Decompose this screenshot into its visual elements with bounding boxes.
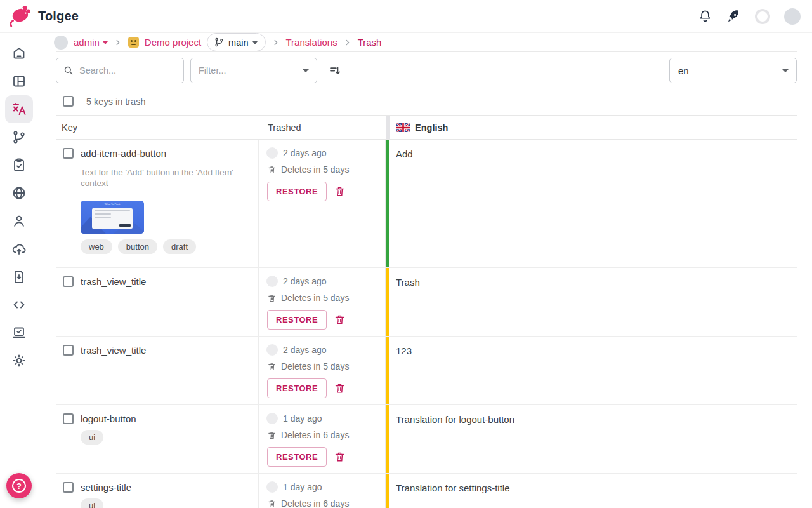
breadcrumb-translations[interactable]: Translations [286,37,337,48]
delete-permanently-button[interactable] [334,185,346,197]
dashboard-icon [11,74,27,89]
brand[interactable]: Tolgee [8,3,79,30]
sidebar-item-devtools[interactable] [5,319,33,347]
restore-button[interactable]: RESTORE [267,310,327,330]
translation-text: 123 [396,345,412,356]
row-checkbox[interactable] [63,413,74,424]
translation-cell[interactable]: Trash [386,268,797,336]
tag-pill[interactable]: ui [81,430,103,444]
sidebar-item-home[interactable] [5,39,33,67]
key-cell[interactable]: trash_view_title [56,337,259,404]
user-avatar[interactable] [784,8,801,25]
table-row: add-item-add-button Text for the 'Add' b… [56,140,797,268]
rocket-icon[interactable] [726,9,741,23]
sidebar-item-tasks[interactable] [5,151,33,179]
column-header-trashed: Trashed [259,116,386,139]
key-name: trash_view_title [81,276,146,287]
sidebar-item-languages[interactable] [5,179,33,207]
tag-pill[interactable]: web [81,239,112,254]
branch-name: main [228,37,248,48]
translation-text: Trash [396,277,420,288]
delete-permanently-button[interactable] [334,314,346,326]
select-all-checkbox[interactable] [63,96,74,107]
progress-ring[interactable] [755,9,770,24]
tag-pill[interactable]: ui [81,498,103,508]
restore-button[interactable]: RESTORE [267,447,327,467]
key-description: Text for the 'Add' button in the 'Add It… [81,167,243,189]
delete-permanently-button[interactable] [334,382,346,394]
file-download-icon [11,269,27,284]
translate-icon [11,102,27,117]
row-checkbox[interactable] [63,276,74,287]
sidebar-item-settings[interactable] [5,347,33,375]
filter-select[interactable]: Filter... [190,58,317,83]
search-input[interactable] [79,65,168,76]
screenshot-thumbnail[interactable]: What To Pack [81,201,144,234]
breadcrumb-organization[interactable]: admin [74,37,108,48]
key-cell[interactable]: settings-title ui [56,474,259,508]
breadcrumb-separator-icon [114,38,122,47]
translation-cell[interactable]: Translation for logout-button [386,405,797,473]
table-header: Key Trashed English [56,115,797,140]
branch-selector[interactable]: main [207,33,265,51]
translation-cell[interactable]: Add [386,140,797,267]
sidebar-item-translations[interactable] [5,95,33,123]
restore-button[interactable]: RESTORE [267,182,327,201]
project-avatar-icon [128,37,139,48]
user-icon [11,213,27,229]
key-cell[interactable]: logout-button ui [56,405,259,473]
sidebar-item-export[interactable] [5,263,33,291]
org-avatar[interactable] [54,36,68,50]
trash-icon [334,185,346,197]
sidebar-item-dashboard[interactable] [5,67,33,95]
restore-button[interactable]: RESTORE [267,378,327,398]
tag-pill[interactable]: button [118,239,157,254]
translation-cell[interactable]: Translation for settings-title [386,474,797,508]
translation-cell[interactable]: 123 [386,337,797,404]
sidebar-item-branches[interactable] [5,123,33,151]
language-select[interactable]: en [669,58,797,83]
trash-icon [267,499,277,508]
sidebar-item-members[interactable] [5,207,33,235]
tag-list: ui [81,430,249,444]
sidebar-item-import[interactable] [5,235,33,263]
chevron-down-icon [103,41,108,44]
key-cell[interactable]: trash_view_title [56,268,259,336]
sort-descending-icon [329,64,342,77]
trashed-time: 1 day ago [283,482,322,492]
trashed-cell: 1 day ago Deletes in 6 days RESTORE [259,405,386,473]
app-sidebar: ? [0,33,38,508]
key-cell[interactable]: add-item-add-button Text for the 'Add' b… [56,140,259,267]
trashed-cell: 2 days ago Deletes in 5 days RESTORE [259,268,386,336]
search-field[interactable] [56,58,184,83]
sort-button[interactable] [329,64,342,77]
breadcrumb-project[interactable]: Demo project [145,37,201,48]
row-checkbox[interactable] [63,148,74,159]
tag-list: webbuttondraft [81,239,249,254]
table-row: trash_view_title 2 days ago Deletes in 5… [56,268,797,337]
brand-name: Tolgee [38,9,79,23]
globe-icon [11,185,27,201]
row-checkbox[interactable] [63,345,74,356]
notifications-bell-icon[interactable] [698,9,712,23]
deletes-in-label: Deletes in 6 days [281,430,349,440]
breadcrumb-project-label: Demo project [145,37,201,48]
app-topbar: Tolgee [0,0,812,33]
breadcrumb: admin Demo project main Translations [38,33,812,51]
key-name: logout-button [81,413,136,424]
trashed-cell: 1 day ago Deletes in 6 days RESTORE [259,474,386,508]
help-button[interactable]: ? [6,473,32,498]
state-bar-header [386,116,390,139]
trash-icon [334,314,346,326]
chevron-down-icon [303,69,309,72]
tag-pill[interactable]: draft [163,239,196,254]
trash-icon [334,382,346,394]
delete-permanently-button[interactable] [334,451,346,463]
laptop-check-icon [11,325,27,340]
question-mark-icon: ? [12,479,26,493]
git-branch-icon [214,37,225,48]
row-checkbox[interactable] [63,482,74,493]
deleter-avatar [266,147,278,159]
key-name: add-item-add-button [81,148,166,159]
sidebar-item-integrations[interactable] [5,291,33,319]
